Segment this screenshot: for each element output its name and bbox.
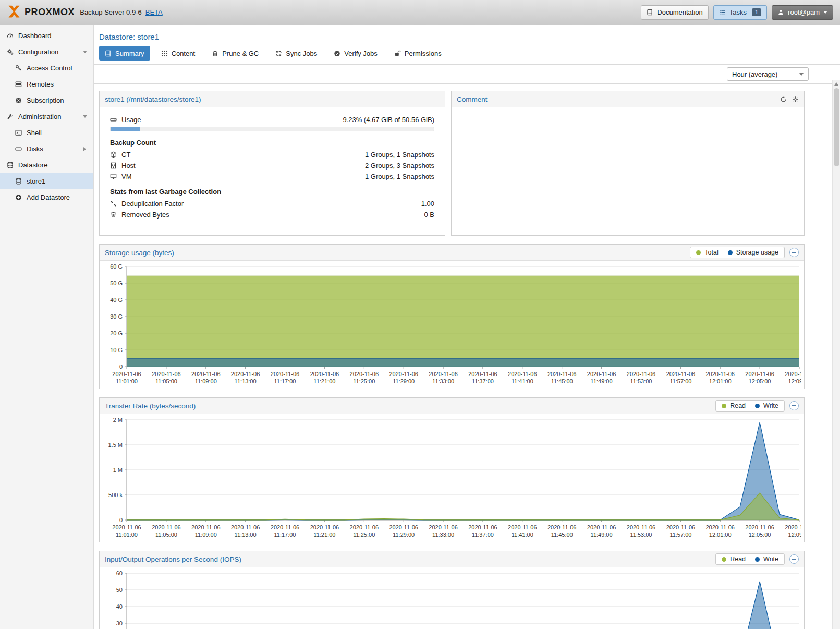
- legend-label: Write: [763, 402, 778, 409]
- svg-text:2020-11-06: 2020-11-06: [547, 524, 576, 530]
- comment-body[interactable]: [452, 107, 804, 117]
- desktop-icon: [110, 173, 117, 180]
- product-version: Backup Server 0.9-6: [80, 8, 142, 16]
- svg-text:2 M: 2 M: [113, 417, 123, 423]
- legend-item-storage-usage[interactable]: Storage usage: [728, 249, 778, 256]
- svg-text:2020-11-06: 2020-11-06: [627, 371, 655, 377]
- collapse-button[interactable]: [789, 554, 799, 564]
- sidebar: Dashboard Configuration Access Control R…: [0, 25, 94, 629]
- backup-count-row-ct: CT 1 Groups, 1 Snapshots: [110, 149, 434, 160]
- sidebar-item-add-datastore[interactable]: Add Datastore: [0, 189, 93, 205]
- svg-text:2020-11-06: 2020-11-06: [587, 524, 616, 530]
- sidebar-item-disks[interactable]: Disks: [0, 141, 93, 157]
- tab-summary[interactable]: Summary: [99, 46, 150, 61]
- refresh-icon[interactable]: [780, 96, 787, 103]
- gc-row-removed-bytes: Removed Bytes 0 B: [110, 209, 434, 220]
- svg-text:2020-11-06: 2020-11-06: [152, 524, 180, 530]
- sidebar-item-label: Administration: [18, 113, 61, 120]
- svg-text:2020-11-06: 2020-11-06: [508, 524, 537, 530]
- beta-link[interactable]: BETA: [145, 8, 163, 16]
- collapse-button[interactable]: [789, 401, 799, 410]
- tab-label: Prune & GC: [222, 50, 259, 57]
- svg-text:11:45:00: 11:45:00: [551, 378, 573, 384]
- sidebar-item-subscription[interactable]: Subscription: [0, 92, 93, 108]
- legend-item-total[interactable]: Total: [696, 249, 718, 256]
- svg-text:11:21:00: 11:21:00: [313, 378, 335, 384]
- sidebar-item-access-control[interactable]: Access Control: [0, 60, 93, 76]
- legend-label: Total: [704, 249, 718, 256]
- transfer-rate-chart: 2 M1.5 M1 M500 k02020-11-0611:01:002020-…: [103, 416, 801, 541]
- scrollbar-thumb[interactable]: [834, 88, 839, 166]
- tab-label: Content: [172, 50, 196, 57]
- book-icon: [105, 50, 112, 57]
- tab-bar: Summary Content Prune & GC Sync Jobs: [94, 41, 840, 61]
- compress-icon: [110, 200, 117, 207]
- proxmox-brand: PROXMOX: [7, 4, 75, 20]
- backup-count-title: Backup Count: [110, 133, 434, 149]
- row-value: 1.00: [421, 200, 434, 208]
- documentation-button[interactable]: Documentation: [641, 5, 708, 20]
- tab-sync-jobs[interactable]: Sync Jobs: [270, 46, 323, 61]
- hdd-icon: [110, 116, 117, 123]
- chevron-down-icon[interactable]: [83, 114, 87, 119]
- sidebar-item-configuration[interactable]: Configuration: [0, 44, 93, 60]
- svg-text:2020-11-06: 2020-11-06: [350, 371, 379, 377]
- svg-text:12:05:00: 12:05:00: [749, 378, 771, 384]
- time-range-select[interactable]: Hour (average): [727, 67, 809, 81]
- sidebar-item-store1[interactable]: store1: [0, 173, 93, 189]
- svg-text:40 G: 40 G: [110, 297, 123, 303]
- collapse-button[interactable]: [789, 248, 799, 257]
- user-menu-button[interactable]: root@pam: [772, 5, 833, 20]
- sidebar-item-label: Disks: [27, 145, 43, 153]
- svg-text:20 G: 20 G: [110, 330, 123, 336]
- tab-content[interactable]: Content: [155, 46, 201, 61]
- svg-text:2020-11-06: 2020-11-06: [231, 524, 260, 530]
- gear-icon[interactable]: [792, 96, 799, 103]
- legend-item-read[interactable]: Read: [722, 402, 746, 409]
- svg-text:2020-11-06: 2020-11-06: [666, 371, 695, 377]
- sidebar-item-dashboard[interactable]: Dashboard: [0, 28, 93, 44]
- row-value: 0 B: [424, 211, 434, 219]
- transfer-rate-panel: Transfer Rate (bytes/second) Read Write: [99, 397, 805, 542]
- sidebar-item-datastore[interactable]: Datastore: [0, 157, 93, 173]
- support-icon: [15, 97, 22, 104]
- svg-text:60: 60: [116, 570, 123, 576]
- chevron-down-icon[interactable]: [83, 50, 87, 54]
- tab-verify-jobs[interactable]: Verify Jobs: [328, 46, 383, 61]
- sidebar-item-administration[interactable]: Administration: [0, 108, 93, 125]
- datastore-summary-panel: store1 (/mnt/datastores/store1) Usage 9.…: [99, 91, 445, 236]
- scrollbar[interactable]: [832, 80, 840, 629]
- svg-text:40: 40: [116, 603, 123, 610]
- tab-permissions[interactable]: Permissions: [388, 46, 447, 61]
- tasks-button[interactable]: Tasks 1: [713, 5, 767, 20]
- chart-legend: Read Write: [715, 400, 785, 412]
- sidebar-item-remotes[interactable]: Remotes: [0, 76, 93, 92]
- chevron-down-icon: [823, 11, 827, 16]
- row-label: Host: [121, 162, 136, 170]
- chevron-right-icon[interactable]: [82, 147, 87, 151]
- legend-item-write[interactable]: Write: [755, 402, 778, 409]
- task-list-icon: [719, 9, 726, 16]
- usage-value: 9.23% (4.67 GiB of 50.56 GiB): [343, 116, 434, 124]
- trash-icon: [212, 50, 218, 57]
- proxmox-logo-icon: [7, 4, 21, 20]
- svg-text:2020-11-06: 2020-11-06: [231, 371, 260, 377]
- tab-prune-gc[interactable]: Prune & GC: [206, 46, 264, 61]
- sidebar-item-label: Configuration: [18, 48, 58, 56]
- svg-text:0: 0: [119, 364, 123, 370]
- legend-item-write[interactable]: Write: [755, 555, 778, 563]
- svg-text:11:05:00: 11:05:00: [155, 378, 177, 384]
- svg-text:2020-11-06: 2020-11-06: [745, 371, 774, 377]
- svg-text:12:01:00: 12:01:00: [709, 378, 732, 384]
- svg-text:2020-11-06: 2020-11-06: [429, 524, 457, 530]
- svg-text:10 G: 10 G: [110, 347, 123, 353]
- svg-text:1 M: 1 M: [113, 467, 123, 473]
- legend-item-read[interactable]: Read: [722, 555, 746, 563]
- chart-legend: Read Write: [715, 553, 785, 565]
- svg-text:50 G: 50 G: [110, 280, 123, 286]
- sidebar-item-shell[interactable]: Shell: [0, 125, 93, 141]
- svg-text:11:17:00: 11:17:00: [274, 378, 296, 384]
- svg-text:2020-11-06: 2020-11-06: [468, 524, 497, 530]
- scroll-up-arrow[interactable]: [833, 80, 840, 88]
- svg-text:2020-11-06: 2020-11-06: [705, 524, 734, 530]
